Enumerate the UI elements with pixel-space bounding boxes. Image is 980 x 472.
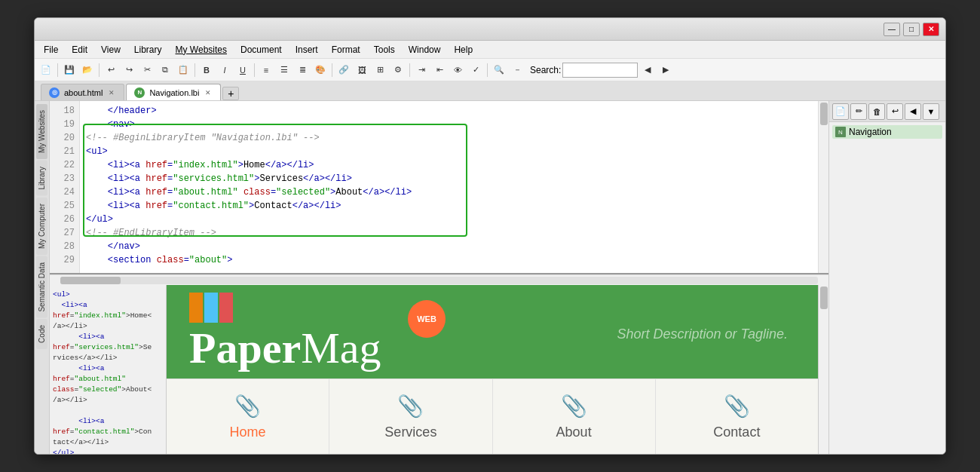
menu-file[interactable]: File: [38, 43, 64, 57]
toolbar-list-ul[interactable]: ☰: [276, 62, 292, 78]
toolbar: 📄 💾 📂 ↩ ↪ ✂ ⧉ 📋 B I U ≡ ☰ ≣ 🎨 🔗 🖼 ⊞ ⚙ ⇥ …: [35, 59, 945, 81]
edge-tab-library[interactable]: Library: [36, 161, 47, 196]
code-line-24: <li><a href="about.html" class="selected…: [86, 185, 812, 199]
toolbar-preview[interactable]: 👁: [449, 62, 466, 78]
code-line-27: <!-- #EndLibraryItem -->: [86, 226, 812, 240]
toolbar-italic[interactable]: I: [216, 62, 233, 78]
toolbar-outdent[interactable]: ⇤: [431, 62, 448, 78]
left-code-line-5: <li><a: [53, 332, 163, 342]
minimize-button[interactable]: —: [884, 23, 900, 36]
color-blocks: [189, 293, 233, 323]
menu-help[interactable]: Help: [448, 43, 479, 57]
toolbar-list-ol[interactable]: ≣: [294, 62, 311, 78]
toolbar-copy[interactable]: ⧉: [157, 62, 173, 78]
left-code-line-1: <ul>: [53, 290, 163, 300]
vscroll-thumb[interactable]: [820, 103, 828, 125]
search-input[interactable]: [562, 63, 638, 78]
toolbar-open[interactable]: 📂: [79, 62, 96, 78]
edge-tab-my-computer[interactable]: My Computer: [36, 198, 47, 255]
toolbar-nav-prev[interactable]: ◀: [639, 62, 656, 78]
clip-icon-home: 📎: [234, 394, 261, 418]
line-20: 20: [50, 131, 79, 145]
toolbar-image[interactable]: 🖼: [354, 62, 370, 78]
nav-services[interactable]: 📎 Services: [329, 379, 492, 454]
toolbar-save[interactable]: 💾: [61, 62, 78, 78]
sep7: [487, 63, 488, 77]
toolbar-btn-1[interactable]: 📄: [38, 62, 54, 78]
h-scroll-area[interactable]: [50, 274, 828, 285]
toolbar-table[interactable]: ⊞: [372, 62, 388, 78]
menu-library[interactable]: Library: [128, 43, 168, 57]
clip-icon-about: 📎: [561, 394, 587, 418]
tab-about-html[interactable]: ◎ about.html ✕: [41, 84, 124, 100]
tab-navigation-close[interactable]: ✕: [204, 88, 213, 97]
code-content[interactable]: </header> <nav> <!-- #BeginLibraryItem "…: [80, 101, 818, 273]
toolbar-nav-next[interactable]: ▶: [657, 62, 674, 78]
nav-contact[interactable]: 📎 Contact: [656, 379, 818, 454]
menu-insert[interactable]: Insert: [289, 43, 324, 57]
toolbar-color[interactable]: 🎨: [312, 62, 329, 78]
line-18: 18: [50, 104, 79, 118]
left-code-line-4: /a></li>: [53, 321, 163, 332]
search-label: Search:: [530, 65, 561, 75]
menu-window[interactable]: Window: [403, 43, 447, 57]
toolbar-gear[interactable]: ⚙: [390, 62, 406, 78]
menu-document[interactable]: Document: [234, 43, 288, 57]
toolbar-validate[interactable]: ✓: [467, 62, 484, 78]
clip-icon-contact: 📎: [724, 394, 750, 418]
left-code-line-8: <li><a: [53, 363, 163, 374]
main-content: My Websites Library My Computer Semantic…: [35, 101, 945, 454]
tab-about-close[interactable]: ✕: [107, 88, 116, 97]
line-25: 25: [50, 199, 79, 213]
menu-format[interactable]: Format: [326, 43, 366, 57]
menu-tools[interactable]: Tools: [368, 43, 401, 57]
toolbar-zoom-out[interactable]: －: [509, 62, 525, 78]
toolbar-bold[interactable]: B: [198, 62, 215, 78]
file-panel-btn-2[interactable]: ✏: [850, 103, 867, 120]
code-line-18: </header>: [86, 104, 812, 118]
file-panel-btn-3[interactable]: 🗑: [868, 103, 885, 120]
toolbar-redo[interactable]: ↪: [121, 62, 137, 78]
toolbar-paste[interactable]: 📋: [175, 62, 191, 78]
preview-vscroll[interactable]: [818, 285, 828, 454]
toolbar-cut[interactable]: ✂: [139, 62, 155, 78]
file-item-navigation[interactable]: N Navigation: [832, 125, 942, 139]
left-code-line-7: rvices</a></li>: [53, 353, 163, 363]
file-panel-btn-5[interactable]: ◀: [905, 103, 921, 120]
line-27: 27: [50, 226, 79, 240]
toolbar-search-btn[interactable]: 🔍: [491, 62, 507, 78]
toolbar-link[interactable]: 🔗: [335, 62, 352, 78]
left-code-line-11: /a></li>: [53, 395, 163, 406]
color-block-blue: [204, 293, 218, 323]
file-panel-btn-4[interactable]: ↩: [887, 103, 903, 120]
code-vscroll[interactable]: [818, 101, 828, 273]
nav-about[interactable]: 📎 About: [493, 379, 656, 454]
edge-tab-my-websites[interactable]: My Websites: [36, 104, 47, 159]
toolbar-indent[interactable]: ⇥: [413, 62, 430, 78]
tab-new-button[interactable]: +: [222, 87, 239, 100]
menu-edit[interactable]: Edit: [66, 43, 93, 57]
file-tree: N Navigation: [829, 122, 945, 454]
nav-services-label: Services: [384, 424, 436, 440]
menu-view[interactable]: View: [95, 43, 127, 57]
window-controls: — □ ✕: [884, 23, 939, 36]
editor-area: 18 19 20 21 22 23 24 25 26 27 28 29 </he…: [50, 101, 828, 454]
h-scroll-thumb[interactable]: [60, 277, 121, 284]
menu-my-websites[interactable]: My Websites: [170, 43, 233, 57]
tab-bar: ◎ about.html ✕ N Navigation.lbi ✕ +: [35, 81, 945, 101]
toolbar-align[interactable]: ≡: [258, 62, 274, 78]
preview-vscroll-thumb[interactable]: [820, 287, 828, 309]
edge-tab-code[interactable]: Code: [36, 319, 47, 349]
maximize-button[interactable]: □: [903, 23, 920, 36]
toolbar-undo[interactable]: ↩: [103, 62, 119, 78]
close-button[interactable]: ✕: [923, 23, 939, 36]
file-panel-btn-6[interactable]: ▼: [923, 103, 939, 120]
edge-tab-semantic[interactable]: Semantic Data: [36, 256, 47, 318]
left-code-line-6: href="services.html">Se: [53, 342, 163, 353]
toolbar-underline[interactable]: U: [234, 62, 251, 78]
bottom-row: <ul> <li><a href="index.html">Home< /a><…: [50, 285, 828, 454]
nav-home[interactable]: 📎 Home: [167, 379, 329, 454]
file-panel-btn-1[interactable]: 📄: [832, 103, 849, 120]
tab-navigation-lbi[interactable]: N Navigation.lbi ✕: [126, 84, 221, 100]
line-21: 21: [50, 145, 79, 158]
